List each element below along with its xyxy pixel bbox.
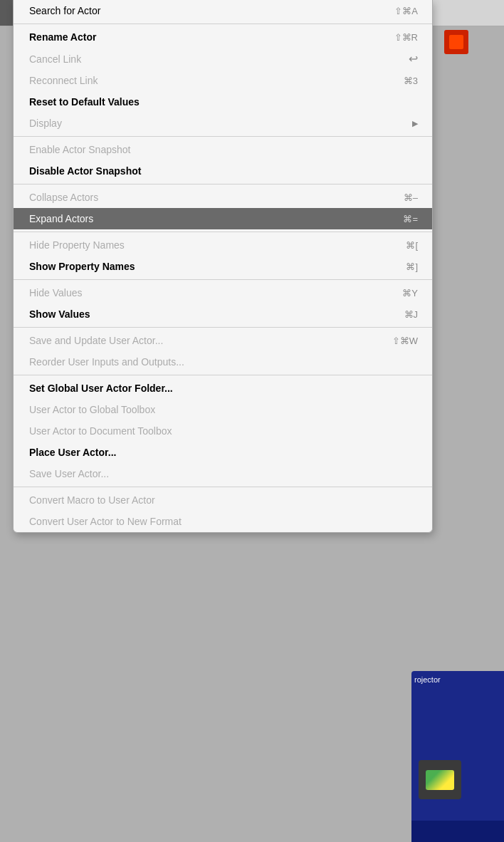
menu-item-set-global-user-actor-folder-label: Set Global User Actor Folder... — [29, 383, 173, 394]
menu-item-expand-actors-shortcut: ⌘= — [403, 214, 418, 224]
menu-item-reconnect-link-shortcut: ⌘3 — [404, 76, 418, 86]
menu-item-convert-macro: Convert Macro to User Actor — [14, 489, 432, 511]
divider-2 — [14, 136, 432, 137]
divider-6 — [14, 327, 432, 328]
menu-item-search-for-actor-label: Search for Actor — [29, 5, 100, 16]
menu-item-save-update-user-actor-label: Save and Update User Actor... — [29, 335, 163, 346]
menu-item-user-actor-global-toolbox-label: User Actor to Global Toolbox — [29, 404, 155, 415]
blue-strip — [411, 821, 504, 842]
menu-item-convert-macro-label: Convert Macro to User Actor — [29, 494, 155, 506]
divider-4 — [14, 232, 432, 232]
menu-item-show-property-names[interactable]: Show Property Names ⌘] — [14, 256, 432, 277]
menu-item-cancel-link-label: Cancel Link — [29, 53, 81, 65]
menu-item-enable-snapshot: Enable Actor Snapshot — [14, 139, 432, 160]
menu-item-hide-property-names-label: Hide Property Names — [29, 239, 125, 251]
menu-item-user-actor-document-toolbox-label: User Actor to Document Toolbox — [29, 425, 172, 437]
projector-label: rojector — [411, 671, 504, 688]
divider-8 — [14, 487, 432, 487]
menu-item-reconnect-link: Reconnect Link ⌘3 — [14, 70, 432, 91]
menu-item-save-user-actor: Save User Actor... — [14, 463, 432, 484]
menu-item-enable-snapshot-label: Enable Actor Snapshot — [29, 144, 130, 155]
menu-item-place-user-actor[interactable]: Place User Actor... — [14, 442, 432, 463]
menu-item-user-actor-document-toolbox: User Actor to Document Toolbox — [14, 420, 432, 442]
menu-item-hide-property-names-shortcut: ⌘[ — [406, 240, 418, 251]
menu-item-expand-actors-label: Expand Actors — [29, 213, 93, 224]
menu-item-search-for-actor-shortcut: ⇧⌘A — [394, 6, 418, 16]
menu-item-rename-actor[interactable]: Rename Actor ⇧⌘R — [14, 26, 432, 48]
menu-item-reorder-user-inputs-label: Reorder User Inputs and Outputs... — [29, 356, 184, 368]
menu-item-show-values-label: Show Values — [29, 308, 90, 320]
menu-item-hide-values: Hide Values ⌘Y — [14, 282, 432, 303]
menu-item-cancel-link: Cancel Link ↩ — [14, 48, 432, 70]
menu-item-save-update-user-actor: Save and Update User Actor... ⇧⌘W — [14, 330, 432, 351]
menu-item-disable-snapshot-label: Disable Actor Snapshot — [29, 165, 141, 177]
divider-7 — [14, 375, 432, 375]
menu-item-hide-values-shortcut: ⌘Y — [402, 288, 418, 298]
menu-item-show-values[interactable]: Show Values ⌘J — [14, 303, 432, 325]
menu-item-convert-user-actor-new-format: Convert User Actor to New Format — [14, 511, 432, 532]
menu-item-reorder-user-inputs: Reorder User Inputs and Outputs... — [14, 351, 432, 373]
menu-item-reset-default[interactable]: Reset to Default Values — [14, 91, 432, 113]
menu-item-display: Display ▶ — [14, 113, 432, 134]
menu-item-reconnect-link-label: Reconnect Link — [29, 75, 98, 86]
menu-item-expand-actors[interactable]: Expand Actors ⌘= — [14, 208, 432, 229]
menu-item-search-for-actor[interactable]: Search for Actor ⇧⌘A — [14, 0, 432, 21]
menu-item-show-values-shortcut: ⌘J — [404, 309, 419, 320]
menu-item-hide-values-label: Hide Values — [29, 287, 82, 298]
menu-item-collapse-actors-shortcut: ⌘– — [404, 192, 418, 203]
divider-3 — [14, 184, 432, 184]
menu-item-reset-default-label: Reset to Default Values — [29, 96, 140, 108]
menu-item-save-update-user-actor-shortcut: ⇧⌘W — [392, 336, 418, 346]
blue-projector-area: rojector — [411, 671, 504, 842]
menu-item-save-user-actor-label: Save User Actor... — [29, 468, 109, 479]
chevron-right-icon: ▶ — [412, 119, 418, 128]
menu-item-display-label: Display — [29, 118, 62, 129]
menu-item-collapse-actors: Collapse Actors ⌘– — [14, 187, 432, 208]
divider-5 — [14, 279, 432, 280]
menu-item-show-property-names-shortcut: ⌘] — [406, 261, 418, 272]
menu-item-cancel-link-shortcut: ↩ — [409, 52, 418, 66]
menu-item-rename-actor-shortcut: ⇧⌘R — [394, 32, 418, 43]
menu-item-set-global-user-actor-folder[interactable]: Set Global User Actor Folder... — [14, 378, 432, 399]
menu-item-disable-snapshot[interactable]: Disable Actor Snapshot — [14, 160, 432, 182]
menu-item-hide-property-names: Hide Property Names ⌘[ — [14, 234, 432, 256]
actors-dropdown-menu: Search for Actor ⇧⌘A Rename Actor ⇧⌘R Ca… — [13, 0, 433, 533]
menu-item-user-actor-global-toolbox: User Actor to Global Toolbox — [14, 399, 432, 420]
menu-item-show-property-names-label: Show Property Names — [29, 261, 135, 272]
divider-1 — [14, 24, 432, 24]
projector-icon-box — [419, 760, 461, 799]
menu-item-collapse-actors-label: Collapse Actors — [29, 192, 98, 203]
menu-item-rename-actor-label: Rename Actor — [29, 31, 96, 43]
menu-item-place-user-actor-label: Place User Actor... — [29, 447, 116, 458]
menu-item-convert-user-actor-new-format-label: Convert User Actor to New Format — [29, 516, 182, 527]
red-icon — [444, 30, 468, 54]
